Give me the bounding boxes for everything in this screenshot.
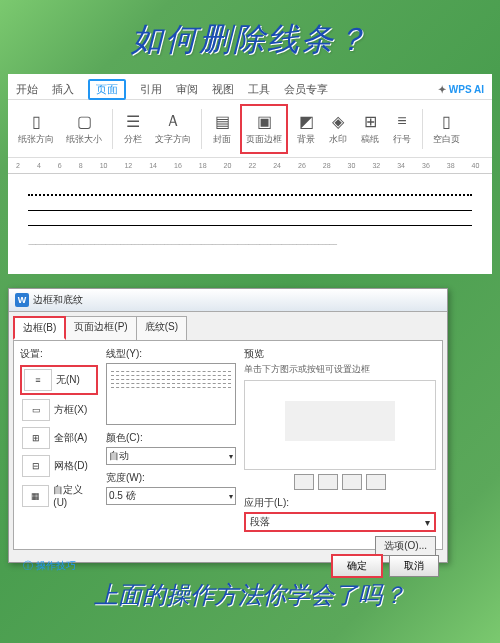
line-style-listbox[interactable]	[106, 363, 236, 425]
page-border-button[interactable]: ▣页面边框	[240, 104, 288, 154]
dotted-line	[28, 194, 472, 196]
ribbon-tabs: 开始 插入 页面 引用 审阅 视图 工具 会员专享 ✦ WPS AI	[8, 74, 492, 100]
solid-line	[28, 225, 472, 226]
apply-to-select[interactable]: 段落	[244, 512, 436, 532]
dialog-title: 边框和底纹	[33, 293, 83, 307]
border-bottom-button[interactable]	[318, 474, 338, 490]
tab-insert[interactable]: 插入	[52, 82, 74, 97]
page-border-icon: ▣	[254, 111, 274, 131]
wps-app-window: 开始 插入 页面 引用 审阅 视图 工具 会员专享 ✦ WPS AI ▯纸张方向…	[8, 74, 492, 274]
dialog-tab-border[interactable]: 边框(B)	[13, 316, 66, 340]
dialog-tab-shading[interactable]: 底纹(S)	[136, 316, 187, 340]
solid-line	[28, 210, 472, 211]
watermark-icon: ◈	[328, 111, 348, 131]
manuscript-button[interactable]: ⊞稿纸	[356, 104, 384, 154]
cancel-button[interactable]: 取消	[389, 555, 439, 577]
ok-button[interactable]: 确定	[331, 554, 383, 578]
none-icon: ≡	[24, 369, 52, 391]
page-orientation-icon: ▯	[26, 111, 46, 131]
dialog-tabs: 边框(B) 页面边框(P) 底纹(S)	[9, 312, 447, 340]
width-label: 宽度(W):	[106, 471, 236, 485]
setting-none[interactable]: ≡无(N)	[20, 365, 98, 395]
line-number-icon: ≡	[392, 111, 412, 131]
help-icon: ⓘ	[23, 559, 33, 573]
setting-grid[interactable]: ⊟网格(D)	[20, 453, 98, 479]
tab-member[interactable]: 会员专享	[284, 82, 328, 97]
tips-link[interactable]: ⓘ操作技巧	[23, 559, 76, 573]
preview-box[interactable]	[244, 380, 436, 470]
setting-all[interactable]: ⊞全部(A)	[20, 425, 98, 451]
custom-icon: ▦	[22, 485, 49, 507]
word-icon: W	[15, 293, 29, 307]
line-number-button[interactable]: ≡行号	[388, 104, 416, 154]
all-icon: ⊞	[22, 427, 50, 449]
borders-shading-dialog: W 边框和底纹 边框(B) 页面边框(P) 底纹(S) 设置: ≡无(N) ▭方…	[8, 288, 448, 563]
horizontal-ruler: 2468101214161820222426283032343638404244	[8, 158, 492, 174]
box-icon: ▭	[22, 399, 50, 421]
dialog-tab-page-border[interactable]: 页面边框(P)	[65, 316, 136, 340]
tab-ref[interactable]: 引用	[140, 82, 162, 97]
text-direction-button[interactable]: Ａ文字方向	[151, 104, 195, 154]
manuscript-icon: ⊞	[360, 111, 380, 131]
color-select[interactable]: 自动	[106, 447, 236, 465]
tab-view[interactable]: 视图	[212, 82, 234, 97]
cover-icon: ▤	[212, 111, 232, 131]
tab-review[interactable]: 审阅	[176, 82, 198, 97]
preview-buttons-row	[244, 474, 436, 490]
wps-ai-badge[interactable]: ✦ WPS AI	[438, 84, 484, 95]
dialog-titlebar: W 边框和底纹	[9, 289, 447, 312]
cover-button[interactable]: ▤封面	[208, 104, 236, 154]
color-label: 颜色(C):	[106, 431, 236, 445]
dialog-body: 设置: ≡无(N) ▭方框(X) ⊞全部(A) ⊟网格(D) ▦自定义(U) 线…	[13, 340, 443, 550]
background-icon: ◩	[296, 111, 316, 131]
columns-button[interactable]: ☰分栏	[119, 104, 147, 154]
border-left-button[interactable]	[342, 474, 362, 490]
preview-label: 预览	[244, 347, 436, 361]
style-column: 线型(Y): 颜色(C): 自动 宽度(W): 0.5 磅	[106, 347, 236, 543]
document-area[interactable]: ~~~~~~~~~~~~~~~~~~~~~~~~~~~~~~~~~~~~~~~~…	[8, 174, 492, 273]
settings-label: 设置:	[20, 347, 98, 361]
paper-size-button[interactable]: ▢纸张大小	[62, 104, 106, 154]
setting-custom[interactable]: ▦自定义(U)	[20, 481, 98, 510]
tab-page[interactable]: 页面	[88, 79, 126, 100]
blank-page-button[interactable]: ▯空白页	[429, 104, 464, 154]
preview-column: 预览 单击下方图示或按钮可设置边框 应用于(L): 段落 选项(O)...	[244, 347, 436, 543]
page-size-icon: ▢	[74, 111, 94, 131]
apply-to-row: 应用于(L): 段落 选项(O)...	[244, 496, 436, 532]
apply-label: 应用于(L):	[244, 497, 289, 508]
border-top-button[interactable]	[294, 474, 314, 490]
paper-direction-button[interactable]: ▯纸张方向	[14, 104, 58, 154]
text-direction-icon: Ａ	[163, 111, 183, 131]
columns-icon: ☰	[123, 111, 143, 131]
preview-hint: 单击下方图示或按钮可设置边框	[244, 363, 436, 376]
tab-tools[interactable]: 工具	[248, 82, 270, 97]
options-button[interactable]: 选项(O)...	[375, 536, 436, 556]
border-right-button[interactable]	[366, 474, 386, 490]
ribbon-toolbar: ▯纸张方向 ▢纸张大小 ☰分栏 Ａ文字方向 ▤封面 ▣页面边框 ◩背景 ◈水印 …	[8, 100, 492, 158]
blank-page-icon: ▯	[437, 111, 457, 131]
settings-column: 设置: ≡无(N) ▭方框(X) ⊞全部(A) ⊟网格(D) ▦自定义(U)	[20, 347, 98, 543]
width-select[interactable]: 0.5 磅	[106, 487, 236, 505]
background-button[interactable]: ◩背景	[292, 104, 320, 154]
setting-box[interactable]: ▭方框(X)	[20, 397, 98, 423]
wave-separator: ~~~~~~~~~~~~~~~~~~~~~~~~~~~~~~~~~~~~~~~~…	[28, 240, 472, 249]
watermark-button[interactable]: ◈水印	[324, 104, 352, 154]
style-label: 线型(Y):	[106, 347, 236, 361]
page-title: 如何删除线条？	[0, 0, 500, 74]
tab-start[interactable]: 开始	[16, 82, 38, 97]
grid-icon: ⊟	[22, 455, 50, 477]
